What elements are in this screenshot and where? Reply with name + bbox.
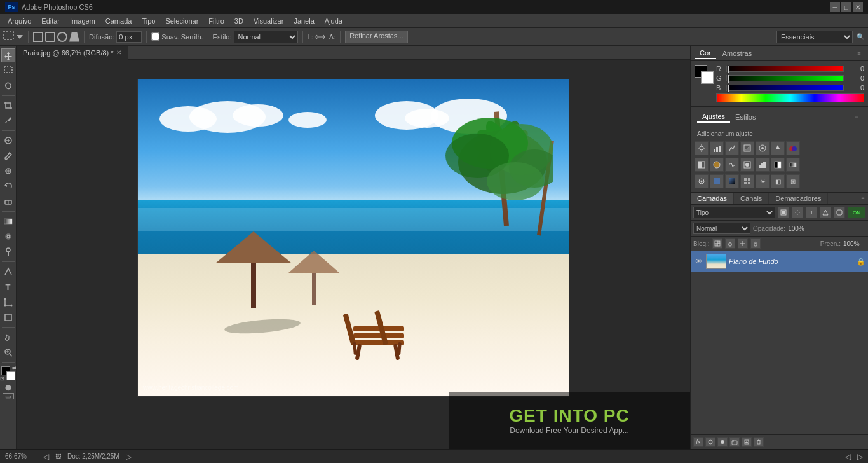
- tool-clone[interactable]: [1, 164, 15, 178]
- adj-bw-icon[interactable]: [695, 158, 709, 172]
- tool-path[interactable]: [1, 295, 15, 309]
- circle-style-icon[interactable]: [57, 32, 67, 42]
- adj-levels-icon[interactable]: [710, 141, 724, 155]
- tool-lasso[interactable]: [1, 79, 15, 93]
- style-select[interactable]: Normal Proporção Fixa Tamanho Fixo: [234, 31, 298, 43]
- tool-dodge[interactable]: [1, 245, 15, 259]
- color-fg-bg[interactable]: [695, 65, 714, 84]
- tool-history[interactable]: [1, 179, 15, 193]
- tool-pen[interactable]: [1, 265, 15, 279]
- tab-ajustes[interactable]: Ajustes: [697, 111, 730, 123]
- tool-zoom[interactable]: [1, 345, 15, 359]
- title-bar-controls[interactable]: ─ □ ✕: [830, 2, 863, 12]
- new-layer-icon[interactable]: [742, 437, 752, 447]
- tab-canais[interactable]: Canais: [734, 193, 769, 204]
- menu-imagem[interactable]: Imagem: [65, 16, 100, 26]
- layers-panel-options[interactable]: ≡: [858, 193, 868, 203]
- filter-pixel-icon[interactable]: [778, 207, 789, 218]
- layer-item-background[interactable]: 👁 Plano de Fundo 🔒: [691, 251, 868, 272]
- filter-smartobj-icon[interactable]: [834, 207, 845, 218]
- menu-filtro[interactable]: Filtro: [203, 16, 229, 26]
- square-style-icon[interactable]: [33, 32, 43, 42]
- tab-cor[interactable]: Cor: [695, 48, 716, 59]
- adj-photo-filter-icon[interactable]: [710, 158, 724, 172]
- status-forward-icon[interactable]: ▷: [126, 452, 132, 461]
- foreground-background-colors[interactable]: ⇄ ⊡: [1, 366, 15, 380]
- lock-all-icon[interactable]: [750, 238, 761, 249]
- tool-text[interactable]: T: [1, 280, 15, 294]
- g-slider[interactable]: [726, 75, 844, 81]
- default-colors-icon[interactable]: ⊡: [0, 376, 4, 382]
- tool-shape[interactable]: [1, 310, 15, 324]
- rounded-style-icon[interactable]: [45, 32, 55, 42]
- b-thumb[interactable]: [727, 84, 729, 93]
- workspace-search-icon[interactable]: 🔍: [855, 32, 865, 42]
- menu-ajuda[interactable]: Ajuda: [320, 16, 348, 26]
- tool-hand[interactable]: [1, 330, 15, 344]
- menu-arquivo[interactable]: Arquivo: [3, 16, 36, 26]
- adj-channel-mixer-icon[interactable]: [725, 158, 739, 172]
- r-slider[interactable]: [726, 66, 844, 72]
- tab-amostras[interactable]: Amostras: [717, 48, 757, 59]
- menu-editar[interactable]: Editar: [36, 16, 65, 26]
- tool-selection[interactable]: [1, 64, 15, 78]
- document-tab[interactable]: Praia.jpg @ 66,7% (RGB/8) * ✕: [17, 46, 128, 60]
- blend-mode-select[interactable]: Normal: [693, 223, 750, 234]
- g-thumb[interactable]: [727, 74, 729, 83]
- adj-brightness-icon[interactable]: [695, 141, 709, 155]
- bg-swatch[interactable]: [701, 71, 714, 84]
- tool-eyedropper[interactable]: [1, 114, 15, 128]
- canvas-viewport[interactable]: www.heritagechristiancollege.com GET INT…: [17, 60, 690, 449]
- color-spectrum[interactable]: [716, 93, 864, 102]
- diffusion-input[interactable]: [116, 31, 142, 43]
- lock-position-icon[interactable]: [738, 238, 748, 249]
- adj-gradient-fill-icon[interactable]: [725, 174, 739, 188]
- filter-text-icon[interactable]: T: [806, 207, 817, 218]
- adj-hsl-icon[interactable]: [771, 141, 785, 155]
- tool-brush[interactable]: [1, 149, 15, 163]
- tool-eraser[interactable]: [1, 195, 15, 209]
- menu-visualizar[interactable]: Visualizar: [248, 16, 289, 26]
- adj-colorbalance-icon[interactable]: [786, 141, 800, 155]
- add-group-icon[interactable]: [729, 437, 740, 447]
- menu-selecionar[interactable]: Selecionar: [160, 16, 203, 26]
- layer-type-filter[interactable]: Tipo: [693, 207, 775, 218]
- adjustment-layer-icon[interactable]: [717, 437, 728, 447]
- menu-janela[interactable]: Janela: [288, 16, 319, 26]
- b-slider[interactable]: [726, 85, 844, 91]
- adj-threshold-icon[interactable]: [771, 158, 785, 172]
- add-mask-icon[interactable]: [705, 437, 715, 447]
- tab-camadas[interactable]: Camadas: [691, 193, 734, 204]
- adj-exposure-icon[interactable]: [740, 141, 754, 155]
- screen-mode-icon[interactable]: ▭: [3, 393, 14, 399]
- menu-camada[interactable]: Camada: [100, 16, 137, 26]
- quick-mask-icon[interactable]: ⬤: [5, 384, 11, 390]
- layer-visibility-toggle[interactable]: 👁: [693, 256, 703, 266]
- filter-shape-icon[interactable]: [820, 207, 831, 218]
- menu-tipo[interactable]: Tipo: [137, 16, 160, 26]
- tab-estilos[interactable]: Estilos: [730, 112, 761, 122]
- adj-vibrance-icon[interactable]: [756, 141, 770, 155]
- layer-fx-icon[interactable]: fx: [693, 437, 703, 447]
- adj-panel-options[interactable]: ≡: [851, 112, 862, 122]
- tool-move[interactable]: [1, 48, 15, 62]
- background-color[interactable]: [6, 371, 15, 380]
- nav-forward-icon[interactable]: ▷: [857, 452, 863, 461]
- lock-pixels-icon[interactable]: [725, 238, 735, 249]
- swap-colors-icon[interactable]: ⇄: [12, 365, 17, 371]
- adj-invert-icon[interactable]: [740, 158, 754, 172]
- tab-close-icon[interactable]: ✕: [116, 49, 121, 56]
- minimize-button[interactable]: ─: [830, 2, 840, 12]
- tool-heal[interactable]: [1, 134, 15, 148]
- menu-3d[interactable]: 3D: [229, 16, 248, 26]
- adj-curves-icon[interactable]: [725, 141, 739, 155]
- delete-layer-icon[interactable]: [754, 437, 764, 447]
- close-button[interactable]: ✕: [853, 2, 863, 12]
- adj-extra3-icon[interactable]: ⊞: [786, 174, 800, 188]
- tab-demarcadores[interactable]: Demarcadores: [769, 193, 828, 204]
- tool-blur[interactable]: [1, 230, 15, 244]
- maximize-button[interactable]: □: [841, 2, 851, 12]
- lock-transparent-icon[interactable]: [712, 238, 722, 249]
- adj-selective-icon[interactable]: [695, 174, 709, 188]
- smoothing-checkbox[interactable]: [151, 32, 159, 41]
